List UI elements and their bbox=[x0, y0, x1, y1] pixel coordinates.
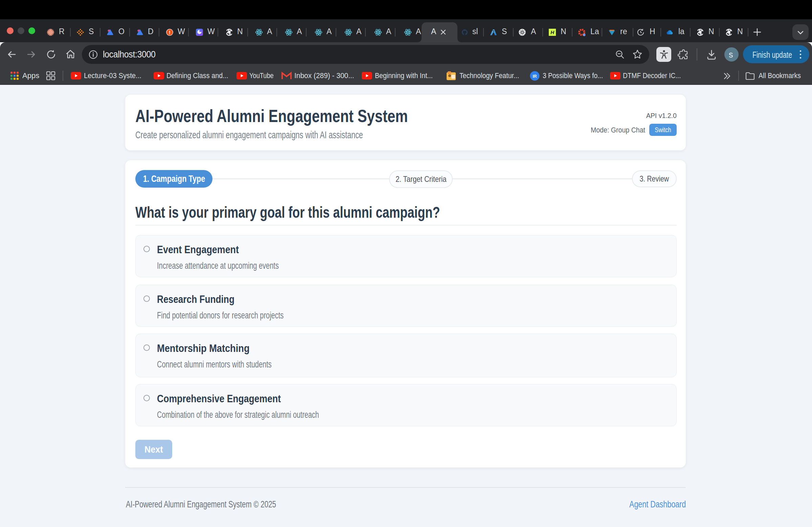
svg-text:!: ! bbox=[169, 30, 171, 35]
svg-text:IR: IR bbox=[533, 74, 537, 79]
svg-text:H: H bbox=[550, 30, 554, 35]
